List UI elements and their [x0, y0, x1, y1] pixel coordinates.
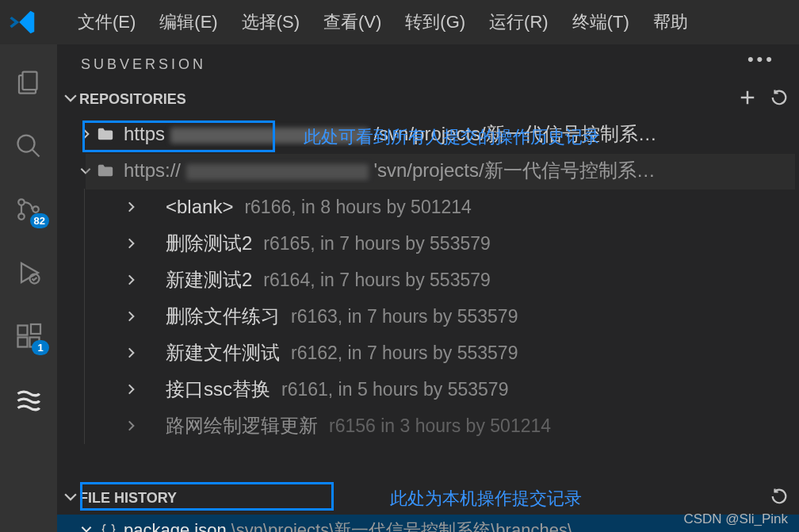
menu-edit[interactable]: 编辑(E): [159, 10, 217, 34]
repos-label: REPOSITORIES: [79, 91, 186, 108]
menubar: 文件(E) 编辑(E) 选择(S) 查看(V) 转到(G) 运行(R) 终端(T…: [0, 0, 799, 44]
repos-header[interactable]: REPOSITORIES: [57, 84, 799, 114]
chevron-right-icon: [120, 236, 142, 251]
menu-select[interactable]: 选择(S): [242, 10, 300, 34]
add-icon[interactable]: [739, 89, 756, 110]
repo-url-prefix: https://: [124, 159, 181, 181]
chevron-right-icon: [120, 419, 142, 433]
subversion-icon[interactable]: [13, 384, 44, 415]
menu-run[interactable]: 运行(R): [489, 10, 549, 34]
commit-row[interactable]: 删除测试2 r6165, in 7 hours by 553579: [85, 225, 799, 262]
commit-row[interactable]: 新建文件测试 r6162, in 7 hours by 553579: [85, 335, 799, 371]
commit-meta: r6165, in 7 hours by 553579: [263, 233, 490, 255]
repo-url-prefix: https: [124, 123, 165, 144]
redacted-host: [186, 164, 369, 180]
svg-point-4: [18, 213, 25, 220]
chevron-right-icon: [120, 346, 142, 360]
chevron-down-icon: [79, 520, 94, 532]
refresh-icon[interactable]: [770, 488, 788, 509]
filehist-label: FILE HISTORY: [79, 490, 177, 507]
commit-msg: 路网绘制逻辑更新: [166, 413, 318, 438]
commit-msg: 接口ssc替换: [166, 377, 270, 402]
commit-meta: r6163, in 7 hours by 553579: [291, 306, 518, 327]
extensions-badge: 1: [32, 340, 49, 355]
svg-rect-0: [23, 72, 37, 90]
svg-rect-8: [18, 338, 28, 347]
menu-help[interactable]: 帮助: [653, 10, 688, 34]
commit-row[interactable]: 删除文件练习 r6163, in 7 hours by 553579: [85, 298, 799, 335]
commit-row[interactable]: <blank> r6166, in 8 hours by 501214: [85, 189, 799, 225]
search-icon[interactable]: [13, 130, 44, 162]
commit-meta: r6161, in 5 hours by 553579: [281, 379, 508, 400]
commit-msg: 新建文件测试: [166, 340, 280, 366]
commit-meta: r6164, in 7 hours by 553579: [263, 270, 490, 291]
svg-point-1: [18, 136, 35, 152]
repo-tree: https /svn/projects/新一代信号控制系… https:// '…: [57, 114, 799, 444]
commit-msg: 删除测试2: [166, 231, 252, 256]
source-control-icon[interactable]: 82: [13, 193, 44, 225]
file-name: package.json: [124, 520, 227, 532]
menu-file[interactable]: 文件(E): [78, 10, 136, 34]
svg-point-3: [18, 199, 25, 205]
chevron-down-icon: [75, 163, 97, 178]
commit-meta: r6156 in 3 hours by 501214: [329, 415, 551, 437]
commit-msg: 新建测试2: [166, 267, 252, 293]
chevron-right-icon: [120, 382, 142, 396]
commit-msg: 删除文件练习: [166, 304, 280, 329]
vscode-logo-icon: [8, 7, 38, 37]
commit-row[interactable]: 路网绘制逻辑更新 r6156 in 3 hours by 501214: [85, 408, 799, 444]
chevron-right-icon: [120, 273, 142, 287]
commit-meta: r6166, in 8 hours by 501214: [244, 197, 471, 218]
sidebar-panel: SUBVERSION ••• REPOSITORIES https /svn/p…: [57, 44, 799, 532]
json-file-icon: [100, 522, 117, 532]
activitybar: 82 1: [0, 44, 57, 532]
chevron-right-icon: [120, 200, 142, 214]
commit-msg: <blank>: [166, 196, 233, 218]
svg-rect-10: [31, 324, 40, 334]
commit-list: <blank> r6166, in 8 hours by 501214 删除测试…: [84, 189, 799, 444]
annotation-text: 此处为本机操作提交记录: [390, 487, 582, 511]
repo-row[interactable]: https:// 'svn/projects/新一代信号控制系…: [57, 152, 799, 189]
folder-icon: [97, 126, 114, 142]
refresh-icon[interactable]: [770, 89, 788, 110]
folder-icon: [97, 163, 114, 178]
annotation-text: 此处可看到所有人提交的操作历史记录: [304, 125, 600, 149]
chevron-right-icon: [120, 309, 142, 323]
svg-line-2: [32, 150, 40, 157]
menu-goto[interactable]: 转到(G): [405, 10, 465, 34]
chevron-right-icon: [75, 127, 97, 141]
repo-url-suffix: 'svn/projects/新一代信号控制系…: [373, 159, 655, 181]
scm-badge: 82: [30, 213, 49, 228]
svg-point-5: [32, 206, 39, 212]
file-path: \svn\projects\新一代信号控制系统\branches\: [231, 519, 572, 532]
commit-meta: r6162, in 7 hours by 553579: [291, 343, 518, 364]
menu-terminal[interactable]: 终端(T): [572, 10, 629, 34]
panel-title-row: SUBVERSION •••: [57, 44, 799, 84]
explorer-icon[interactable]: [13, 67, 44, 98]
commit-row[interactable]: 接口ssc替换 r6161, in 5 hours by 553579: [85, 371, 799, 408]
more-actions-icon[interactable]: •••: [747, 49, 775, 70]
chevron-down-icon: [62, 89, 79, 110]
svg-rect-7: [18, 326, 28, 335]
panel-title: SUBVERSION: [81, 56, 206, 73]
extensions-icon[interactable]: 1: [13, 320, 44, 352]
debug-icon[interactable]: [13, 257, 44, 289]
commit-row[interactable]: 新建测试2 r6164, in 7 hours by 553579: [85, 262, 799, 298]
chevron-down-icon: [62, 488, 79, 509]
watermark: CSDN @Sli_Pink: [683, 511, 788, 527]
menu-view[interactable]: 查看(V): [323, 10, 381, 34]
